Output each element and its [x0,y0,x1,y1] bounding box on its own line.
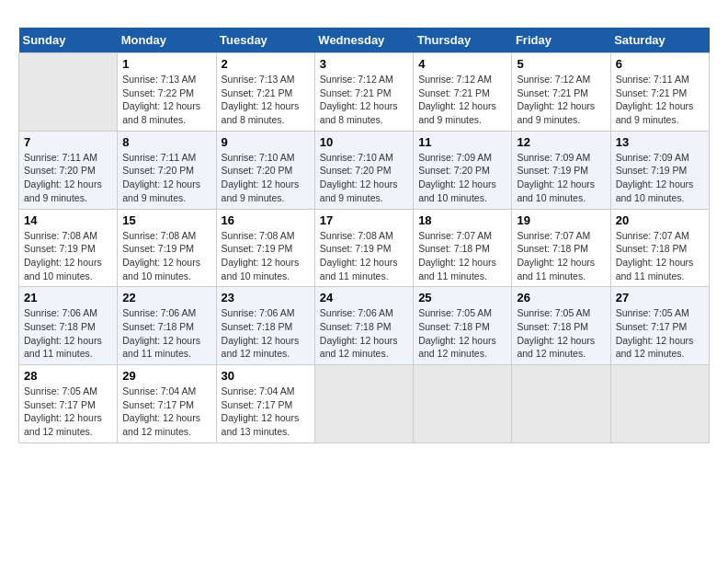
calendar-cell: 21Sunrise: 7:06 AMSunset: 7:18 PMDayligh… [19,287,118,365]
day-number: 11 [418,135,506,149]
calendar-cell: 22Sunrise: 7:06 AMSunset: 7:18 PMDayligh… [118,287,216,365]
cell-info: Sunrise: 7:10 AMSunset: 7:20 PMDaylight:… [320,151,408,205]
calendar-week-row: 1Sunrise: 7:13 AMSunset: 7:22 PMDaylight… [19,53,710,132]
day-number: 2 [222,57,310,71]
day-number: 4 [418,57,506,71]
day-number: 6 [616,57,704,71]
calendar-cell: 14Sunrise: 7:08 AMSunset: 7:19 PMDayligh… [19,209,118,287]
calendar-table: SundayMondayTuesdayWednesdayThursdayFrid… [18,28,710,443]
calendar-cell [512,365,610,443]
weekday-header-monday: Monday [118,28,216,53]
calendar-week-row: 14Sunrise: 7:08 AMSunset: 7:19 PMDayligh… [19,209,710,287]
day-number: 12 [517,135,605,149]
weekday-header-row: SundayMondayTuesdayWednesdayThursdayFrid… [19,28,710,53]
day-number: 10 [320,135,408,149]
calendar-cell: 29Sunrise: 7:04 AMSunset: 7:17 PMDayligh… [118,365,216,443]
cell-info: Sunrise: 7:04 AMSunset: 7:17 PMDaylight:… [122,385,210,439]
cell-info: Sunrise: 7:05 AMSunset: 7:17 PMDaylight:… [24,385,112,439]
weekday-header-saturday: Saturday [610,28,709,53]
cell-info: Sunrise: 7:04 AMSunset: 7:17 PMDaylight:… [222,385,310,439]
cell-info: Sunrise: 7:13 AMSunset: 7:22 PMDaylight:… [122,73,210,127]
day-number: 19 [517,213,605,227]
calendar-cell: 26Sunrise: 7:05 AMSunset: 7:18 PMDayligh… [512,287,610,365]
calendar-cell: 28Sunrise: 7:05 AMSunset: 7:17 PMDayligh… [19,365,118,443]
day-number: 3 [320,57,408,71]
calendar-cell [610,365,709,443]
cell-info: Sunrise: 7:08 AMSunset: 7:19 PMDaylight:… [24,229,112,283]
calendar-cell [414,365,512,443]
calendar-week-row: 7Sunrise: 7:11 AMSunset: 7:20 PMDaylight… [19,131,710,209]
calendar-cell: 24Sunrise: 7:06 AMSunset: 7:18 PMDayligh… [314,287,413,365]
calendar-week-row: 21Sunrise: 7:06 AMSunset: 7:18 PMDayligh… [19,287,710,365]
cell-info: Sunrise: 7:06 AMSunset: 7:18 PMDaylight:… [320,306,408,361]
weekday-header-friday: Friday [512,28,610,53]
cell-info: Sunrise: 7:12 AMSunset: 7:21 PMDaylight:… [418,73,506,127]
cell-info: Sunrise: 7:10 AMSunset: 7:20 PMDaylight:… [222,151,310,205]
calendar-cell: 4Sunrise: 7:12 AMSunset: 7:21 PMDaylight… [414,53,512,132]
day-number: 26 [517,291,605,304]
cell-info: Sunrise: 7:06 AMSunset: 7:18 PMDaylight:… [24,306,112,361]
day-number: 14 [24,213,112,227]
calendar-cell: 3Sunrise: 7:12 AMSunset: 7:21 PMDaylight… [314,53,413,132]
weekday-header-thursday: Thursday [414,28,512,53]
calendar-cell: 17Sunrise: 7:08 AMSunset: 7:19 PMDayligh… [314,209,413,287]
calendar-cell: 30Sunrise: 7:04 AMSunset: 7:17 PMDayligh… [216,365,314,443]
calendar-cell: 12Sunrise: 7:09 AMSunset: 7:19 PMDayligh… [512,131,610,209]
cell-info: Sunrise: 7:09 AMSunset: 7:19 PMDaylight:… [517,151,605,205]
day-number: 7 [24,135,112,149]
calendar-cell [19,53,118,132]
cell-info: Sunrise: 7:09 AMSunset: 7:20 PMDaylight:… [418,151,506,205]
day-number: 9 [222,135,310,149]
day-number: 24 [320,291,408,304]
day-number: 27 [616,291,704,304]
calendar-cell [314,365,413,443]
cell-info: Sunrise: 7:11 AMSunset: 7:20 PMDaylight:… [24,151,112,205]
calendar-cell: 19Sunrise: 7:07 AMSunset: 7:18 PMDayligh… [512,209,610,287]
calendar-cell: 9Sunrise: 7:10 AMSunset: 7:20 PMDaylight… [216,131,314,209]
cell-info: Sunrise: 7:06 AMSunset: 7:18 PMDaylight:… [122,306,210,361]
cell-info: Sunrise: 7:06 AMSunset: 7:18 PMDaylight:… [222,306,310,361]
cell-info: Sunrise: 7:08 AMSunset: 7:19 PMDaylight:… [320,229,408,283]
calendar-cell: 7Sunrise: 7:11 AMSunset: 7:20 PMDaylight… [19,131,118,209]
day-number: 25 [418,291,506,304]
calendar-cell: 25Sunrise: 7:05 AMSunset: 7:18 PMDayligh… [414,287,512,365]
cell-info: Sunrise: 7:09 AMSunset: 7:19 PMDaylight:… [616,151,704,205]
day-number: 8 [122,135,210,149]
day-number: 22 [122,291,210,304]
calendar-cell: 23Sunrise: 7:06 AMSunset: 7:18 PMDayligh… [216,287,314,365]
weekday-header-wednesday: Wednesday [314,28,413,53]
day-number: 29 [122,369,210,383]
day-number: 20 [616,213,704,227]
calendar-cell: 13Sunrise: 7:09 AMSunset: 7:19 PMDayligh… [610,131,709,209]
calendar-cell: 20Sunrise: 7:07 AMSunset: 7:18 PMDayligh… [610,209,709,287]
cell-info: Sunrise: 7:07 AMSunset: 7:18 PMDaylight:… [517,229,605,283]
day-number: 17 [320,213,408,227]
cell-info: Sunrise: 7:13 AMSunset: 7:21 PMDaylight:… [222,73,310,127]
calendar-cell: 8Sunrise: 7:11 AMSunset: 7:20 PMDaylight… [118,131,216,209]
weekday-header-sunday: Sunday [19,28,118,53]
calendar-cell: 10Sunrise: 7:10 AMSunset: 7:20 PMDayligh… [314,131,413,209]
calendar-week-row: 28Sunrise: 7:05 AMSunset: 7:17 PMDayligh… [19,365,710,443]
calendar-cell: 18Sunrise: 7:07 AMSunset: 7:18 PMDayligh… [414,209,512,287]
cell-info: Sunrise: 7:08 AMSunset: 7:19 PMDaylight:… [122,229,210,283]
day-number: 18 [418,213,506,227]
cell-info: Sunrise: 7:12 AMSunset: 7:21 PMDaylight:… [320,73,408,127]
calendar-cell: 6Sunrise: 7:11 AMSunset: 7:21 PMDaylight… [610,53,709,132]
day-number: 21 [24,291,112,304]
cell-info: Sunrise: 7:07 AMSunset: 7:18 PMDaylight:… [418,229,506,283]
day-number: 23 [222,291,310,304]
cell-info: Sunrise: 7:05 AMSunset: 7:18 PMDaylight:… [517,306,605,361]
calendar-cell: 5Sunrise: 7:12 AMSunset: 7:21 PMDaylight… [512,53,610,132]
day-number: 15 [122,213,210,227]
day-number: 5 [517,57,605,71]
calendar-cell: 1Sunrise: 7:13 AMSunset: 7:22 PMDaylight… [118,53,216,132]
day-number: 16 [222,213,310,227]
day-number: 28 [24,369,112,383]
day-number: 30 [222,369,310,383]
cell-info: Sunrise: 7:05 AMSunset: 7:17 PMDaylight:… [616,306,704,361]
calendar-cell: 2Sunrise: 7:13 AMSunset: 7:21 PMDaylight… [216,53,314,132]
cell-info: Sunrise: 7:07 AMSunset: 7:18 PMDaylight:… [616,229,704,283]
cell-info: Sunrise: 7:11 AMSunset: 7:20 PMDaylight:… [122,151,210,205]
calendar-cell: 15Sunrise: 7:08 AMSunset: 7:19 PMDayligh… [118,209,216,287]
weekday-header-tuesday: Tuesday [216,28,314,53]
